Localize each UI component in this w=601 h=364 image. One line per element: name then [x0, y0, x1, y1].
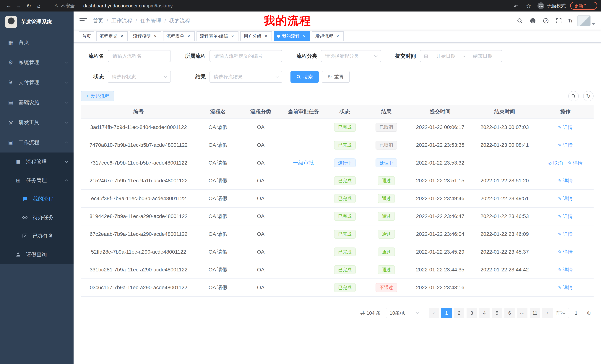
sidebar-item-my-process[interactable]: 我的流程 [0, 190, 74, 208]
view-tab[interactable]: 我的流程 × [274, 31, 310, 41]
current-task-link[interactable]: 一级审批 [293, 160, 314, 166]
page-button[interactable]: 6 [504, 308, 515, 318]
page-button[interactable]: ··· [517, 308, 527, 318]
breadcrumb-item[interactable]: 首页 [93, 17, 103, 24]
tab-close-icon[interactable]: × [263, 34, 269, 39]
tab-close-icon[interactable]: × [153, 34, 158, 39]
prev-page-button[interactable]: ‹ [429, 308, 439, 318]
page-button[interactable]: 4 [479, 308, 490, 318]
password-key-icon[interactable] [512, 1, 520, 11]
column-header: 编号 [81, 105, 196, 118]
hamburger-icon[interactable] [80, 18, 87, 23]
font-size-icon[interactable]: TT [568, 18, 572, 24]
next-page-button[interactable]: › [542, 308, 553, 318]
column-header: 结果 [364, 105, 408, 118]
reset-button[interactable]: ↻ 重置 [322, 71, 350, 83]
goto-page-input[interactable] [568, 308, 584, 318]
task-grid-icon: ⊞ [15, 177, 21, 184]
sidebar-item-done-tasks[interactable]: 已办任务 [0, 227, 74, 245]
create-process-button[interactable]: + 发起流程 [81, 91, 114, 101]
end-date-placeholder[interactable]: 结束日期 [467, 53, 498, 59]
sidebar-item-label: 请假查询 [26, 251, 68, 258]
app-logo-row[interactable]: 芋道管理系统 [0, 11, 74, 32]
tab-close-icon[interactable]: × [302, 34, 307, 39]
detail-action-link[interactable]: 详情 [558, 213, 573, 219]
update-label: 更新 [574, 3, 583, 9]
detail-action-link[interactable]: 详情 [568, 160, 583, 166]
address-bar[interactable]: ⚠ 不安全 dashboard.yudao.iocoder.cn/bpm/tas… [54, 3, 173, 9]
forward-icon[interactable]: → [14, 1, 24, 11]
url-text[interactable]: dashboard.yudao.iocoder.cn/bpm/task/my [83, 3, 173, 9]
show-search-button[interactable] [568, 91, 579, 101]
chevron-up-icon [65, 142, 68, 145]
avatar[interactable] [577, 15, 591, 26]
tab-close-icon[interactable]: × [335, 34, 340, 39]
category-select[interactable]: 请选择流程分类 [321, 50, 381, 62]
github-icon[interactable] [529, 17, 537, 25]
sidebar-item-system[interactable]: ⚙ 系统管理 [0, 52, 74, 72]
cancel-action-link[interactable]: 取消 [548, 160, 563, 166]
view-tab[interactable]: 用户分组 × [240, 31, 272, 41]
result-select[interactable]: 请选择流结果 [210, 71, 282, 83]
view-tab[interactable]: 流程表单 × [163, 31, 195, 41]
chevron-down-icon [65, 60, 68, 63]
browser-update-button[interactable]: 更新 ⋮ [570, 2, 597, 10]
sidebar-item-dev-tools[interactable]: ⚒ 研发工具 [0, 112, 74, 133]
sidebar-item-home[interactable]: ▦ 首页 [0, 32, 74, 52]
browser-menu-icon[interactable]: ⋮ [589, 3, 593, 9]
column-header: 流程名 [196, 105, 240, 118]
detail-action-link[interactable]: 详情 [558, 196, 573, 201]
sidebar-item-task-mgmt[interactable]: ⊞ 任务管理 [0, 171, 74, 190]
sidebar-item-infrastructure[interactable]: ▤ 基础设施 [0, 92, 74, 112]
view-tab[interactable]: 流程模型 × [130, 31, 161, 41]
page-button[interactable]: 5 [492, 308, 502, 318]
breadcrumb-item[interactable]: 工作流程 [111, 17, 132, 24]
page-size-select[interactable]: 10条/页 [386, 308, 422, 318]
page-button[interactable]: 3 [467, 308, 477, 318]
security-label[interactable]: 不安全 [61, 3, 75, 9]
help-icon[interactable]: ? [542, 17, 550, 25]
reload-icon[interactable]: ↻ [24, 1, 34, 11]
chevron-down-icon [65, 120, 68, 124]
page-button[interactable]: 1 [441, 308, 452, 318]
detail-action-link[interactable]: 详情 [558, 231, 573, 237]
result-tag: 通过 [378, 248, 395, 256]
sidebar-item-workflow[interactable]: ▣ 工作流程 [0, 133, 74, 153]
user-menu[interactable] [577, 15, 595, 26]
search-button[interactable]: 搜索 [290, 71, 319, 83]
start-date-placeholder[interactable]: 开始日期 [430, 53, 461, 59]
tab-close-icon[interactable]: × [119, 34, 124, 39]
page-button[interactable]: 2 [454, 308, 464, 318]
sidebar-item-leave-query[interactable]: 请假查询 [0, 245, 74, 264]
back-icon[interactable]: ← [4, 1, 14, 11]
list-icon: ≣ [15, 159, 21, 165]
bookmark-star-icon[interactable]: ☆ [524, 1, 533, 11]
detail-action-link[interactable]: 详情 [558, 142, 573, 148]
refresh-table-button[interactable]: ↻ [583, 91, 594, 101]
view-tab[interactable]: 发起流程 × [312, 31, 344, 41]
sidebar-item-payment[interactable]: ¥ 支付管理 [0, 72, 74, 92]
home-icon[interactable]: ⌂ [34, 1, 44, 11]
tab-close-icon[interactable]: × [230, 34, 235, 39]
sidebar-item-todo-tasks[interactable]: 待办任务 [0, 208, 74, 227]
fullscreen-icon[interactable] [555, 17, 563, 25]
page-button[interactable]: 11 [530, 308, 540, 318]
sidebar-item-process-mgmt[interactable]: ≣ 流程管理 [0, 153, 74, 171]
search-icon[interactable] [516, 17, 524, 25]
detail-action-link[interactable]: 详情 [558, 178, 573, 183]
owner-process-input[interactable] [210, 50, 282, 62]
view-tab[interactable]: 流程表单-编辑 × [197, 31, 239, 41]
detail-action-link[interactable]: 详情 [558, 285, 573, 290]
process-name-input[interactable] [108, 50, 171, 62]
detail-action-link[interactable]: 详情 [558, 249, 573, 255]
submit-time-range-picker[interactable]: ⊞ 开始日期 - 结束日期 [420, 50, 502, 62]
detail-action-link[interactable]: 详情 [558, 125, 573, 130]
view-tab[interactable]: 流程定义 × [96, 31, 128, 41]
breadcrumb-item[interactable]: 任务管理 [140, 17, 161, 24]
chat-bubble-icon [21, 196, 28, 202]
status-tag: 进行中 [334, 158, 356, 167]
detail-action-link[interactable]: 详情 [558, 267, 573, 273]
view-tab[interactable]: 首页 [79, 31, 94, 41]
tab-close-icon[interactable]: × [186, 34, 191, 39]
status-select[interactable]: 请选择状态 [108, 71, 171, 83]
